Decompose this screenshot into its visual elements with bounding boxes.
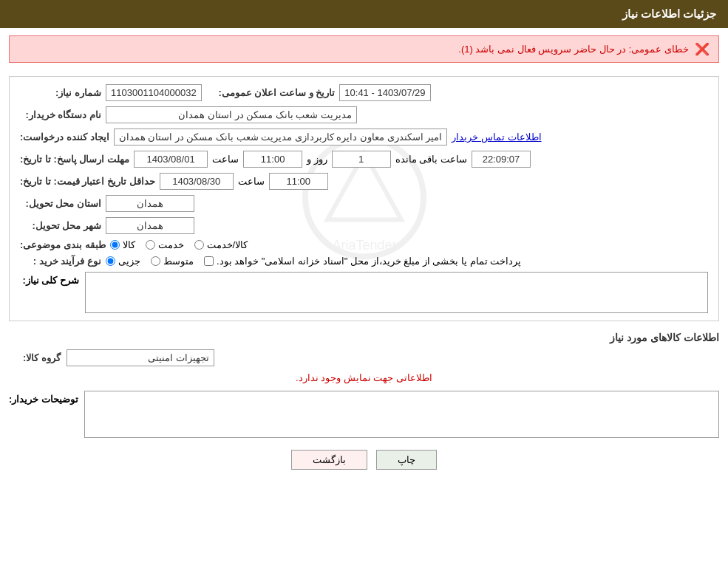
- hadaqal-label: حداقل تاریخ اعتبار قیمت: تا تاریخ:: [20, 176, 155, 187]
- nam-dastgah-label: نام دستگاه خریدار:: [20, 109, 101, 120]
- nooe-motavasset-label: متوسط: [163, 256, 194, 267]
- kala-section-title: اطلاعات کالاهای مورد نیاز: [9, 332, 719, 343]
- ostan-label: استان محل تحویل:: [20, 198, 101, 209]
- tabaqe-kala-radio[interactable]: [110, 240, 120, 250]
- row-ijad-konande: اطلاعات تماس خریدار امیر اسکندری معاون د…: [20, 129, 708, 145]
- form-section: AriaTender 1403/07/29 - 10:41 تاریخ و سا…: [9, 76, 719, 321]
- page-wrapper: جزئیات اطلاعات نیاز ❌ خطای عمومی: در حال…: [0, 0, 728, 565]
- nooe-pardakht-item: پرداخت تمام یا بخشی از مبلغ خرید،از محل …: [204, 256, 521, 267]
- sherh-label: شرح کلی نیاز:: [20, 272, 79, 286]
- group-value: تجهیزات امنیتی: [67, 349, 214, 366]
- error-bar: ❌ خطای عمومی: در حال حاضر سرویس فعال نمی…: [9, 35, 719, 63]
- tabaqe-khedmat-label: خدمت: [158, 239, 184, 250]
- tabaqe-kala-khedmat-radio[interactable]: [194, 240, 204, 250]
- form-content: 1403/07/29 - 10:41 تاریخ و ساعت اعلان عم…: [20, 84, 708, 313]
- row-mohlat: 22:09:07 ساعت باقی مانده 1 روز و 11:00 س…: [20, 151, 708, 168]
- nooe-motavasset-item[interactable]: متوسط: [151, 256, 194, 267]
- group-row: تجهیزات امنیتی گروه کالا:: [9, 349, 719, 366]
- nooe-pardakht-checkbox[interactable]: [204, 256, 214, 266]
- row-tabaqe: کالا/خدمت خدمت کالا طبقه بندی موضوعی:: [20, 239, 708, 250]
- mohlat-saat-value: 11:00: [243, 151, 302, 168]
- nooe-jozii-label: جزیی: [118, 256, 140, 267]
- error-icon: ❌: [695, 42, 710, 56]
- kala-info-section: اطلاعات کالاهای مورد نیاز تجهیزات امنیتی…: [9, 332, 719, 383]
- nam-dastgah-value: مدیریت شعب بانک مسکن در استان همدان: [106, 106, 357, 123]
- main-content: AriaTender 1403/07/29 - 10:41 تاریخ و سا…: [0, 70, 728, 484]
- page-header: جزئیات اطلاعات نیاز: [0, 0, 728, 28]
- tawzih-textarea[interactable]: [84, 391, 719, 438]
- hadaqal-saat-value: 11:00: [269, 173, 328, 190]
- tabaqe-khedmat-radio[interactable]: [146, 240, 155, 250]
- nooe-motavasset-radio[interactable]: [151, 256, 160, 266]
- tabaqe-khedmat-item[interactable]: خدمت: [146, 239, 184, 250]
- mohlat-ersal-label: مهلت ارسال پاسخ: تا تاریخ:: [20, 154, 129, 165]
- hadaqal-date-value: 1403/08/30: [160, 173, 234, 190]
- nooe-pardakht-label: پرداخت تمام یا بخشی از مبلغ خرید،از محل …: [217, 256, 521, 267]
- bottom-buttons: چاپ بازگشت: [9, 450, 719, 470]
- sherh-row: شرح کلی نیاز:: [20, 272, 708, 313]
- error-message: خطای عمومی: در حال حاضر سرویس فعال نمی ب…: [458, 44, 689, 55]
- shahr-value: همدان: [106, 217, 194, 234]
- row-nooe-farayand: پرداخت تمام یا بخشی از مبلغ خرید،از محل …: [20, 256, 708, 267]
- tabaqe-label: طبقه بندی موضوعی:: [20, 239, 106, 250]
- row-hadaqal: 11:00 ساعت 1403/08/30 حداقل تاریخ اعتبار…: [20, 173, 708, 190]
- tabaqe-kala-item[interactable]: کالا: [110, 239, 135, 250]
- ettelaat-tamas-link[interactable]: اطلاعات تماس خریدار: [452, 131, 541, 143]
- tabaqe-kala-khedmat-item[interactable]: کالا/خدمت: [194, 239, 248, 250]
- ijad-konande-label: ایجاد کننده درخواست:: [20, 131, 109, 143]
- tabaqe-kala-khedmat-label: کالا/خدمت: [207, 239, 248, 250]
- mohlat-roz-value: 1: [332, 151, 391, 168]
- mohlat-baqi-value: 22:09:07: [472, 151, 531, 168]
- tarikh-label: تاریخ و ساعت اعلان عمومی:: [219, 87, 336, 98]
- row-shahr: همدان شهر محل تحویل:: [20, 217, 708, 234]
- nooe-radio-group: پرداخت تمام یا بخشی از مبلغ خرید،از محل …: [106, 256, 521, 267]
- shomare-niaz-label: شماره نیاز:: [20, 87, 101, 98]
- mohlat-baqi-label: ساعت باقی مانده: [395, 154, 467, 165]
- tawzih-label: توضیحات خریدار:: [9, 391, 78, 405]
- group-label: گروه کالا:: [9, 352, 61, 363]
- row-shomare: 1403/07/29 - 10:41 تاریخ و ساعت اعلان عم…: [20, 84, 708, 101]
- tabaqe-radio-group: کالا/خدمت خدمت کالا: [110, 239, 248, 250]
- nooe-jozii-item[interactable]: جزیی: [106, 256, 140, 267]
- shomare-niaz-value: 1103001104000032: [106, 84, 202, 101]
- mohlat-roz-label: روز و: [307, 154, 327, 165]
- tabaqe-kala-label: کالا: [123, 239, 135, 250]
- nooe-farayand-label: نوع فرآیند خرید :: [20, 256, 101, 267]
- page-title: جزئیات اطلاعات نیاز: [622, 7, 716, 20]
- nooe-jozii-radio[interactable]: [106, 256, 115, 266]
- row-nam-dastgah: مدیریت شعب بانک مسکن در استان همدان نام …: [20, 106, 708, 123]
- tawzih-row: توضیحات خریدار:: [9, 391, 719, 438]
- mohlat-saat-label: ساعت: [212, 154, 239, 165]
- sherh-textarea[interactable]: [85, 272, 708, 313]
- print-button[interactable]: چاپ: [376, 450, 437, 470]
- ostan-value: همدان: [106, 195, 194, 212]
- row-ostan: همدان استان محل تحویل:: [20, 195, 708, 212]
- no-info-text: اطلاعاتی جهت نمایش وجود ندارد.: [9, 372, 719, 383]
- back-button[interactable]: بازگشت: [291, 450, 367, 470]
- ijad-konande-value: امیر اسکندری معاون دایره کاربردازی مدیری…: [114, 129, 448, 145]
- shahr-label: شهر محل تحویل:: [20, 220, 101, 231]
- hadaqal-saat-label: ساعت: [238, 176, 265, 187]
- mohlat-date-value: 1403/08/01: [134, 151, 208, 168]
- tarikh-value: 1403/07/29 - 10:41: [339, 84, 430, 101]
